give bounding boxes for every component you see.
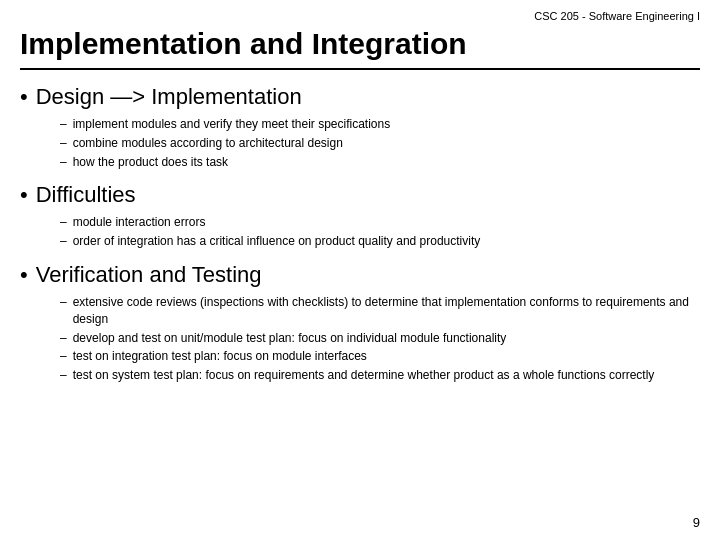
section-verification-subitems: – extensive code reviews (inspections wi… (60, 294, 700, 384)
slide-container: CSC 205 - Software Engineering I Impleme… (0, 0, 720, 540)
section-design-heading: • Design —> Implementation (20, 84, 700, 110)
difficulties-subitem-1: module interaction errors (73, 214, 700, 231)
design-subitem-2: combine modules according to architectur… (73, 135, 700, 152)
course-header: CSC 205 - Software Engineering I (20, 10, 700, 22)
section-verification-label: Verification and Testing (36, 262, 262, 288)
dash-icon: – (60, 367, 67, 384)
dash-icon: – (60, 135, 67, 152)
bullet-design: • (20, 86, 28, 108)
bullet-verification: • (20, 264, 28, 286)
section-difficulties-label: Difficulties (36, 182, 136, 208)
dash-icon: – (60, 233, 67, 250)
design-subitem-1: implement modules and verify they meet t… (73, 116, 700, 133)
difficulties-subitem-2: order of integration has a critical infl… (73, 233, 700, 250)
title-divider (20, 68, 700, 70)
section-design-subitems: – implement modules and verify they meet… (60, 116, 700, 170)
dash-icon: – (60, 330, 67, 347)
list-item: – order of integration has a critical in… (60, 233, 700, 250)
list-item: – develop and test on unit/module test p… (60, 330, 700, 347)
list-item: – combine modules according to architect… (60, 135, 700, 152)
page-number: 9 (693, 515, 700, 530)
dash-icon: – (60, 294, 67, 311)
dash-icon: – (60, 116, 67, 133)
verification-subitem-1: extensive code reviews (inspections with… (73, 294, 700, 328)
list-item: – module interaction errors (60, 214, 700, 231)
verification-subitem-3: test on integration test plan: focus on … (73, 348, 700, 365)
list-item: – test on system test plan: focus on req… (60, 367, 700, 384)
list-item: – implement modules and verify they meet… (60, 116, 700, 133)
dash-icon: – (60, 154, 67, 171)
dash-icon: – (60, 348, 67, 365)
list-item: – how the product does its task (60, 154, 700, 171)
section-design-label: Design —> Implementation (36, 84, 302, 110)
bullet-difficulties: • (20, 184, 28, 206)
design-subitem-3: how the product does its task (73, 154, 700, 171)
list-item: – extensive code reviews (inspections wi… (60, 294, 700, 328)
dash-icon: – (60, 214, 67, 231)
list-item: – test on integration test plan: focus o… (60, 348, 700, 365)
section-difficulties-subitems: – module interaction errors – order of i… (60, 214, 700, 250)
section-verification-heading: • Verification and Testing (20, 262, 700, 288)
section-difficulties-heading: • Difficulties (20, 182, 700, 208)
verification-subitem-4: test on system test plan: focus on requi… (73, 367, 700, 384)
verification-subitem-2: develop and test on unit/module test pla… (73, 330, 700, 347)
slide-title: Implementation and Integration (20, 26, 700, 62)
